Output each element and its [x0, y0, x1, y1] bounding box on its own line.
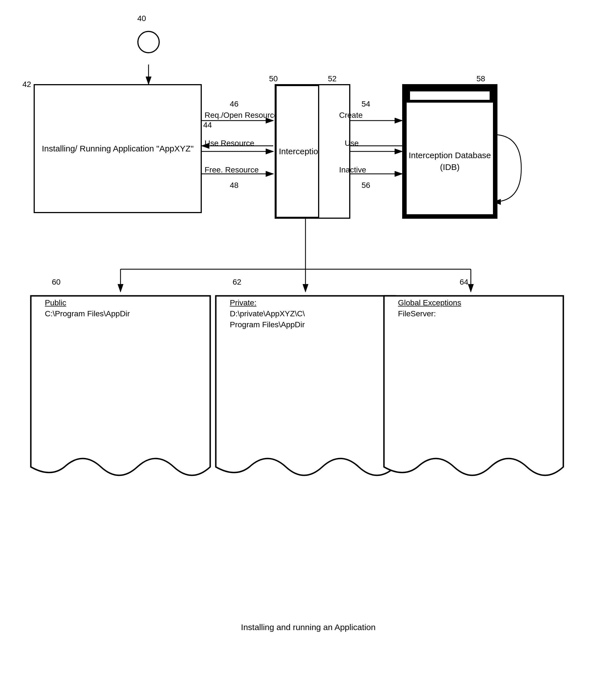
ref-48: 48 [230, 181, 239, 190]
ref-58: 58 [477, 74, 485, 83]
create-label: Create [339, 111, 362, 120]
global-folder-svg [381, 293, 566, 489]
idb-inner: Interception Database (IDB) [405, 87, 494, 215]
app-box: Installing/ Running Application "AppXYZ" [34, 84, 202, 213]
use-label: Use [345, 139, 359, 148]
ref-50: 50 [269, 74, 278, 83]
public-label: Public C:\Program Files\AppDir [45, 297, 130, 319]
private-label: Private: D:\private\AppXYZ\C\Program Fil… [230, 297, 305, 330]
free-resource-label: Free. Resource [204, 166, 259, 174]
inactive-label: Inactive [339, 166, 366, 174]
inner-box [318, 84, 350, 219]
ref-54: 54 [361, 100, 370, 109]
ref-56: 56 [361, 181, 370, 190]
diagram-container: 40 42 Installing/ Running Application "A… [0, 0, 616, 689]
req-open-label: Req./Open Resource [204, 111, 278, 120]
app-box-label: Installing/ Running Application "AppXYZ" [42, 143, 194, 154]
ref-46: 46 [230, 100, 239, 109]
global-label: Global Exceptions FileServer: [398, 297, 461, 319]
idb-label: Interception Database (IDB) [406, 108, 493, 214]
public-folder-svg [28, 293, 213, 489]
ref-42: 42 [22, 80, 31, 89]
ref-52: 52 [328, 74, 336, 83]
ref-44: 44 [203, 121, 212, 130]
diagram-caption: Installing and running an Application [182, 623, 434, 632]
use-resource-label: Use Resource [204, 139, 254, 148]
ref-60: 60 [52, 278, 61, 286]
ref-64: 64 [460, 278, 468, 286]
start-circle [137, 31, 160, 53]
ref-40: 40 [137, 14, 146, 23]
ref-62: 62 [233, 278, 241, 286]
